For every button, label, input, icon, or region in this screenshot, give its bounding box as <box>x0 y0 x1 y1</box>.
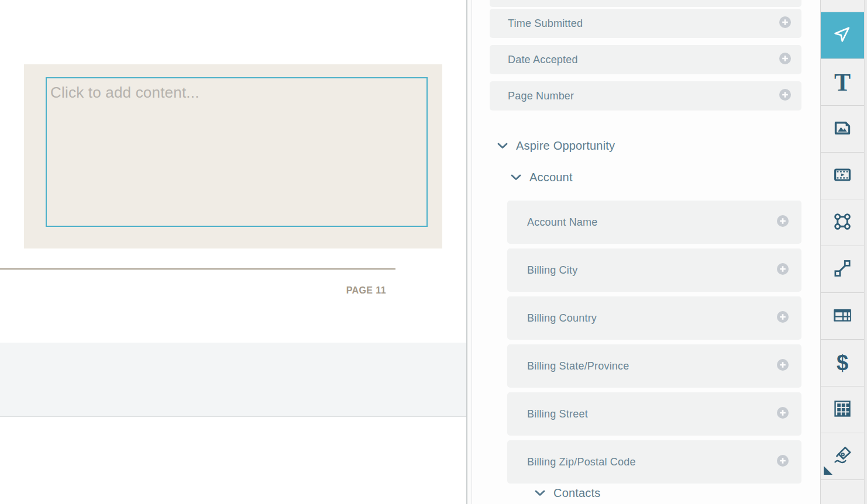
tree-node-label: Contacts <box>553 486 601 500</box>
video-icon <box>832 164 853 187</box>
select-tool-button[interactable] <box>821 12 864 59</box>
image-icon <box>832 118 853 140</box>
plus-icon[interactable] <box>777 455 789 469</box>
table-tool-button[interactable] <box>821 293 864 340</box>
chevron-down-icon[interactable] <box>535 488 545 499</box>
proposal-editor: Click to add content... PAGE 11 <box>0 0 867 504</box>
grid-tool-button[interactable] <box>821 386 864 433</box>
tree-node-label: Account <box>529 171 573 184</box>
content-block: Click to add content... <box>24 64 442 248</box>
field-row-billing-zip[interactable]: Billing Zip/Postal Code <box>507 440 801 484</box>
chevron-down-icon[interactable] <box>511 172 521 183</box>
tool-flyout-indicator <box>824 466 832 475</box>
tree-node-label: Aspire Opportunity <box>516 139 615 153</box>
field-row-partial[interactable] <box>490 0 801 7</box>
element-toolbar: T <box>820 0 867 504</box>
signature-tool-button[interactable] <box>821 433 864 480</box>
divider-gutter <box>467 0 472 504</box>
table-icon <box>831 304 854 328</box>
chevron-down-icon[interactable] <box>497 141 508 151</box>
plus-icon[interactable] <box>779 16 791 30</box>
plus-icon[interactable] <box>777 215 789 229</box>
field-row-page-number[interactable]: Page Number <box>490 81 801 111</box>
field-label: Page Number <box>508 90 574 102</box>
plus-icon[interactable] <box>777 263 789 277</box>
field-label: Time Submitted <box>508 18 583 30</box>
field-row-billing-city[interactable]: Billing City <box>507 248 801 292</box>
signature-pen-icon <box>831 444 854 468</box>
fields-panel: Time Submitted Date Accepted Page Number… <box>472 0 820 504</box>
page-number-label: PAGE 11 <box>234 285 386 296</box>
image-tool-button[interactable] <box>821 106 864 153</box>
field-row-date-accepted[interactable]: Date Accepted <box>490 45 801 74</box>
field-row-billing-street[interactable]: Billing Street <box>507 392 801 436</box>
content-placeholder-text: Click to add content... <box>47 78 426 107</box>
field-row-billing-state[interactable]: Billing State/Province <box>507 344 801 388</box>
shape-tool-button[interactable] <box>821 199 864 246</box>
shape-icon <box>831 210 854 234</box>
grid-icon <box>831 398 854 422</box>
field-label: Account Name <box>527 216 597 229</box>
plus-icon[interactable] <box>777 359 789 373</box>
cursor-icon <box>832 24 853 47</box>
field-row-account-name[interactable]: Account Name <box>507 201 801 244</box>
field-label: Billing Zip/Postal Code <box>527 456 636 468</box>
line-icon <box>832 258 853 281</box>
text-tool-button[interactable]: T <box>821 59 864 106</box>
field-label: Billing City <box>527 264 577 277</box>
field-label: Billing Country <box>527 312 597 325</box>
text-tool-icon: T <box>834 70 851 95</box>
plus-icon[interactable] <box>779 89 791 103</box>
money-tool-button[interactable]: $ <box>821 340 864 386</box>
page-gap <box>0 343 466 416</box>
content-placeholder-box[interactable]: Click to add content... <box>46 77 428 227</box>
field-label: Date Accepted <box>508 54 578 66</box>
plus-icon[interactable] <box>777 407 789 421</box>
plus-icon[interactable] <box>777 311 789 325</box>
document-page-next <box>0 416 466 504</box>
video-tool-button[interactable] <box>821 153 864 199</box>
field-label: Billing Street <box>527 408 588 420</box>
tree-node-account[interactable]: Account <box>511 171 573 184</box>
tree-node-contacts[interactable]: Contacts <box>535 486 601 500</box>
tree-node-aspire-opportunity[interactable]: Aspire Opportunity <box>497 139 615 153</box>
field-row-time-submitted[interactable]: Time Submitted <box>490 9 801 38</box>
line-tool-button[interactable] <box>821 246 864 293</box>
money-icon: $ <box>837 353 848 374</box>
document-page-current: Click to add content... PAGE 11 <box>0 0 466 343</box>
document-canvas: Click to add content... PAGE 11 <box>0 0 466 504</box>
field-row-billing-country[interactable]: Billing Country <box>507 296 801 340</box>
plus-icon[interactable] <box>779 53 791 67</box>
footer-divider-line <box>0 268 395 270</box>
toolbar-scrollbar[interactable] <box>864 0 867 504</box>
field-label: Billing State/Province <box>527 360 629 372</box>
